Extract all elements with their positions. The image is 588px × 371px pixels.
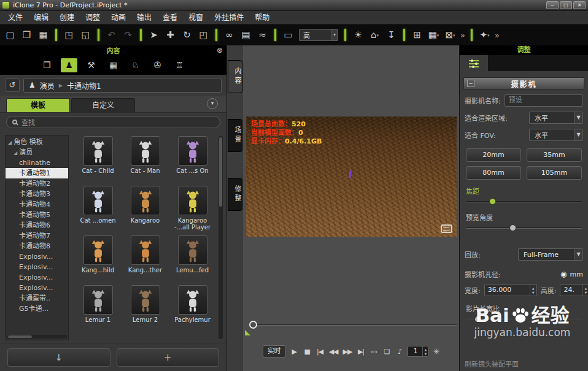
menu-item-3[interactable]: 创建 xyxy=(54,11,80,25)
playback-settings-icon[interactable]: ✳ xyxy=(433,347,439,356)
play-button[interactable]: ▶ xyxy=(290,348,298,356)
aspect-ratio-slider-handle[interactable] xyxy=(474,316,481,323)
thumbnail[interactable]: Kangaroo -...all Player xyxy=(169,186,215,234)
tree-item[interactable]: Explosiv... xyxy=(6,272,68,283)
next-frame-button[interactable]: ▶▶ xyxy=(343,348,352,356)
all-content-icon[interactable]: ❐ xyxy=(39,58,55,72)
playback-dropdown[interactable]: Full-Frame ▼ xyxy=(518,248,583,261)
sound-button[interactable]: ♪ xyxy=(395,348,403,356)
lens-35mm-button[interactable]: 35mm xyxy=(527,148,582,162)
search-input[interactable]: 查找 xyxy=(6,116,220,128)
tree-item[interactable]: Explosiv... xyxy=(6,283,68,293)
quality-dropdown[interactable]: 高▾ xyxy=(299,29,338,41)
download-content-button[interactable]: ↓ xyxy=(7,348,110,367)
thumbnail[interactable]: Cat - Man xyxy=(122,136,168,185)
thumbnail[interactable]: Kang...hild xyxy=(75,235,121,284)
add-content-button[interactable]: + xyxy=(117,348,220,367)
tab-adjust[interactable] xyxy=(460,55,488,71)
rotate-tool-icon[interactable]: ↻ xyxy=(179,27,195,43)
tree-item[interactable]: 卡通蛋带.. xyxy=(6,293,68,304)
undo-icon[interactable]: ↶ xyxy=(104,27,119,43)
tree-item[interactable]: G5卡通... xyxy=(6,304,68,314)
menu-item-6[interactable]: 输出 xyxy=(131,11,157,25)
tree-item[interactable]: 卡通动物4 xyxy=(6,199,68,210)
preview-angle-slider[interactable] xyxy=(466,224,582,232)
vertical-scrollbar[interactable] xyxy=(219,136,223,339)
props-icon[interactable]: ♖ xyxy=(171,58,188,72)
tree-item[interactable]: 卡通动物2 xyxy=(6,178,68,189)
menu-item-2[interactable]: 编辑 xyxy=(28,11,54,25)
minimize-button[interactable]: ─ xyxy=(546,1,559,9)
menu-item-7[interactable]: 查看 xyxy=(157,11,183,25)
tab-template[interactable]: 模板 xyxy=(6,98,70,112)
home-view-icon[interactable]: ⌂▾ xyxy=(367,27,382,43)
prop-list-icon[interactable]: ⊠▾ xyxy=(443,27,458,43)
toolbar-overflow-icon[interactable]: » xyxy=(459,31,466,40)
height-spinner[interactable]: 24. ▲▼ xyxy=(560,284,588,296)
light-icon[interactable]: ☀ xyxy=(350,27,366,43)
aperture-radio[interactable]: ◉ xyxy=(560,270,567,278)
move-tool-icon[interactable]: ✚ xyxy=(163,27,178,43)
collapse-section-button[interactable]: − xyxy=(467,80,474,87)
prev-frame-button[interactable]: ◀◀ xyxy=(329,348,338,356)
menu-item-8[interactable]: 视窗 xyxy=(183,11,209,25)
new-project-icon[interactable]: ▢ xyxy=(2,27,18,43)
lens-80mm-button[interactable]: 80mm xyxy=(466,166,521,180)
last-frame-button[interactable]: ▶| xyxy=(357,348,365,356)
focal-slider-handle[interactable] xyxy=(489,198,496,205)
focal-slider[interactable] xyxy=(466,197,582,206)
motion-path-icon[interactable]: ≈ xyxy=(255,27,270,43)
tree-item[interactable]: ◢演员 xyxy=(6,147,68,158)
side-tab-inactive[interactable]: 修整 xyxy=(228,178,242,211)
frame-spinner[interactable]: ▲▼ xyxy=(422,346,428,356)
tab-custom[interactable]: 自定义 xyxy=(71,98,135,112)
caption-button[interactable]: ❏ xyxy=(382,348,390,356)
realtime-button[interactable]: 实时 xyxy=(263,345,286,358)
tree-expand-icon[interactable]: ◢ xyxy=(14,150,17,156)
align-icon[interactable]: ▤ xyxy=(238,27,253,43)
redo-icon[interactable]: ↷ xyxy=(120,27,136,43)
aspect-ratio-slider[interactable] xyxy=(466,315,582,324)
thumbnail[interactable]: Cat - Child xyxy=(75,136,121,185)
menu-item-10[interactable]: 帮助 xyxy=(249,11,275,25)
import-icon[interactable]: ◱ xyxy=(78,27,93,43)
fit-fov-dropdown[interactable]: 水平 ▼ xyxy=(529,129,583,141)
loop-button[interactable]: ▭ xyxy=(369,348,377,356)
save-project-icon[interactable]: ▦ xyxy=(36,27,51,43)
breadcrumb-item[interactable]: 卡通动物1 xyxy=(67,80,101,91)
thumbnail[interactable]: Lemur 1 xyxy=(75,285,121,334)
tree-expand-icon[interactable]: ◢ xyxy=(8,140,12,145)
tree-item[interactable]: ◢角色 模板 xyxy=(6,137,68,147)
open-project-icon[interactable]: ❐ xyxy=(19,27,34,43)
add-stage-icon[interactable]: ⊞ xyxy=(409,27,425,43)
menu-item-5[interactable]: 动画 xyxy=(106,11,131,25)
breadcrumb-item[interactable]: 演员 xyxy=(40,80,55,91)
tree-item[interactable]: 卡通动物5 xyxy=(6,210,68,220)
animation-icon[interactable]: ✇ xyxy=(149,58,166,72)
stop-button[interactable]: ■ xyxy=(303,348,311,356)
timeline[interactable] xyxy=(250,321,457,339)
fit-render-dropdown[interactable]: 水平 ▼ xyxy=(529,112,583,124)
tree-item[interactable]: Explosiv... xyxy=(6,251,68,262)
avatar-tool-icon[interactable]: ⚒ xyxy=(83,58,99,72)
timeline-track[interactable] xyxy=(250,324,457,326)
link-tool-icon[interactable]: ∞ xyxy=(222,27,237,43)
preview-angle-slider-handle[interactable] xyxy=(509,224,516,231)
viewport[interactable]: 场景总面数：520当前模型面数：0显卡内存：0.4/6.1GB 实时 ▶■|◀◀… xyxy=(243,45,459,371)
thumbnail[interactable]: Lemu...fed xyxy=(169,235,215,284)
tree-item[interactable]: Explosiv... xyxy=(6,262,68,272)
width-spinner[interactable]: 36.000 ▲▼ xyxy=(484,284,537,296)
download-icon[interactable]: ↧ xyxy=(384,27,399,43)
lens-105mm-button[interactable]: 105mm xyxy=(527,166,582,180)
tree-item[interactable]: 卡通动物1 xyxy=(6,168,68,178)
effect-icon[interactable]: ✦▾ xyxy=(477,27,492,43)
close-panel-icon[interactable]: ⊗ xyxy=(217,46,223,55)
horizontal-scrollbar[interactable] xyxy=(7,335,67,338)
thumbnail[interactable]: Cat ...s On xyxy=(169,136,215,185)
scene-image-icon[interactable]: ▦ xyxy=(105,58,122,72)
side-tab-active[interactable]: 内容 xyxy=(228,60,242,93)
side-tab-inactive[interactable]: 场景 xyxy=(228,119,242,152)
camera-section-header[interactable]: − 摄影机 xyxy=(463,77,584,90)
tree-item[interactable]: 卡通动物6 xyxy=(6,220,68,231)
select-tool-icon[interactable]: ➤ xyxy=(146,27,161,43)
